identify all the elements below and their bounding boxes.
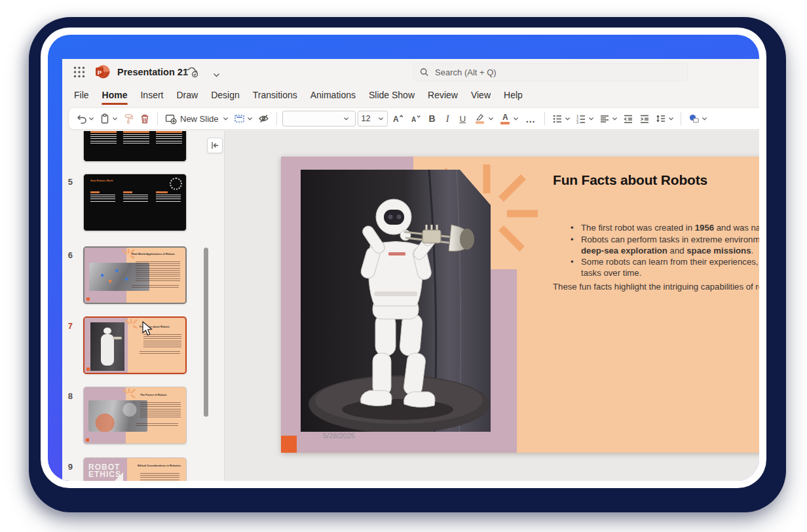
increase-indent-button[interactable] [637, 110, 652, 127]
paste-button[interactable] [98, 110, 119, 127]
menu-slide-show[interactable]: Slide Show [362, 85, 421, 106]
hide-eye-slash-icon[interactable] [256, 110, 271, 127]
slide-bullet: Some robots can learn from their experie… [581, 257, 759, 279]
new-slide-label: New Slide [180, 114, 219, 124]
menu-design[interactable]: Design [204, 85, 246, 106]
font-size-value: 12 [362, 114, 371, 123]
toolbar-divider [276, 112, 277, 125]
font-name-combobox[interactable] [282, 111, 356, 126]
slide-bullet: The first robot was created in 1956 and … [581, 223, 759, 234]
menu-review[interactable]: Review [421, 85, 464, 106]
undo-button[interactable] [74, 110, 96, 127]
font-color-swatch [500, 122, 510, 124]
title-dropdown-chevron[interactable] [213, 69, 220, 81]
highlight-button[interactable] [472, 110, 495, 127]
toolbar-divider [681, 112, 681, 125]
thumbnail-scrollbar[interactable] [204, 248, 208, 417]
font-size-chevron [378, 116, 384, 121]
menu-draw[interactable]: Draw [170, 85, 204, 106]
thumbnail-number-9: 9 [62, 462, 73, 472]
shapes-button[interactable] [686, 110, 709, 127]
highlight-chevron [488, 116, 494, 121]
thumbnail-number-7: 7 [62, 321, 73, 331]
slide-photo-robot-trumpet[interactable] [301, 170, 491, 432]
slide-layout-button[interactable] [232, 110, 254, 127]
svg-text:A: A [411, 116, 416, 123]
thumbnail-slide-5[interactable]: How Robots Work [83, 174, 187, 231]
thumb7-orange-square [86, 368, 90, 371]
thumbnail-slide-4[interactable] [83, 131, 187, 162]
search-input[interactable] [434, 67, 681, 78]
menu-file[interactable]: File [67, 85, 96, 106]
font-color-button[interactable]: A [497, 110, 520, 127]
thumbnail-slide-6[interactable]: Real-World Applications of Robots [83, 246, 187, 304]
ribbon-toolbar: New Slide 12 A [68, 107, 759, 130]
highlighter-icon [475, 113, 485, 121]
slide-layout-chevron [247, 116, 253, 121]
delete-slide-button[interactable] [138, 110, 152, 127]
thumb6-title: Real-World Applications of Robots [132, 252, 175, 256]
thumb7-photo [90, 322, 124, 371]
thumbnail-number-8: 8 [62, 391, 73, 401]
more-font-options-button[interactable]: … [522, 110, 539, 127]
thumb5-badge-icon [170, 178, 182, 190]
collapse-panel-button[interactable] [207, 138, 223, 153]
menu-transitions[interactable]: Transitions [246, 85, 304, 106]
menu-bar: FileHomeInsertDrawDesignTransitionsAnima… [67, 85, 529, 106]
italic-button[interactable]: I [441, 110, 454, 127]
format-painter-icon[interactable] [121, 110, 136, 127]
shapes-chevron [702, 116, 707, 121]
font-color-chevron [513, 116, 519, 121]
thumbnail-number-5: 5 [62, 177, 73, 187]
numbered-list-chevron [588, 116, 594, 121]
bullet-list-button[interactable] [550, 110, 572, 127]
thumb6-orange-square [86, 297, 90, 301]
backdrop-gradient-frame: P Presentation 21 FileHomeInsert [48, 35, 759, 481]
decrease-indent-button[interactable] [621, 110, 635, 127]
undo-chevron [88, 116, 94, 121]
thumbnail-number-6: 6 [62, 250, 73, 260]
document-title[interactable]: Presentation 21 [117, 59, 188, 85]
thumb9-title: Ethical Considerations in Robotics [138, 464, 181, 467]
slide-closing-text[interactable]: These fun facts highlight the intriguing… [553, 282, 759, 292]
thumb5-title: How Robots Work [90, 179, 113, 182]
slide-bullet: Robots can perform tasks in extreme envi… [581, 235, 759, 257]
svg-text:3: 3 [576, 121, 578, 124]
underline-button[interactable]: U [456, 110, 470, 127]
font-name-input[interactable] [286, 113, 343, 124]
line-spacing-button[interactable] [654, 110, 675, 127]
paste-chevron [112, 116, 118, 121]
slide-orange-square [281, 436, 297, 453]
menu-help[interactable]: Help [497, 85, 529, 106]
search-icon [420, 67, 428, 77]
search-bar[interactable] [413, 63, 688, 81]
align-button[interactable] [597, 110, 619, 127]
thumbnail-slide-8[interactable]: The Future of Robots [83, 387, 187, 444]
font-size-combobox[interactable]: 12 [358, 111, 388, 126]
current-slide[interactable]: Fun Facts about Robots The first robot w… [281, 157, 759, 453]
toolbar-divider [157, 112, 158, 125]
slide-bullet-list[interactable]: The first robot was created in 1956 and … [581, 223, 759, 280]
page: { "window": { "title": "Presentation 21"… [0, 0, 807, 532]
slide-title[interactable]: Fun Facts about Robots [553, 172, 707, 188]
menu-insert[interactable]: Insert [134, 85, 170, 106]
app-launcher-icon[interactable] [73, 66, 85, 78]
svg-text:P: P [98, 69, 102, 76]
new-slide-button[interactable]: New Slide [163, 110, 230, 127]
align-chevron [612, 116, 618, 121]
thumb9-fold [114, 472, 123, 481]
menu-animations[interactable]: Animations [304, 85, 362, 106]
numbered-list-button[interactable]: 123 [574, 110, 595, 127]
thumbnail-slide-7[interactable]: Fun Facts about Robots [83, 316, 187, 374]
shrink-font-button[interactable]: A [407, 110, 423, 127]
thumb8-orange-square [86, 438, 89, 442]
thumbnail-slide-9[interactable]: ROBOT ETHICS Ethical Considerations in R… [83, 457, 187, 481]
slide-thumbnail-panel: 5 How Robots Work 6 Real-World Applicati… [62, 131, 224, 481]
powerpoint-app-window: P Presentation 21 FileHomeInsert [62, 59, 759, 481]
menu-home[interactable]: Home [96, 85, 134, 106]
menu-view[interactable]: View [464, 85, 497, 106]
powerpoint-logo-icon[interactable]: P [95, 64, 110, 79]
bold-button[interactable]: B [425, 110, 440, 127]
collapse-panel-icon [211, 142, 219, 149]
grow-font-button[interactable]: A [390, 110, 405, 127]
